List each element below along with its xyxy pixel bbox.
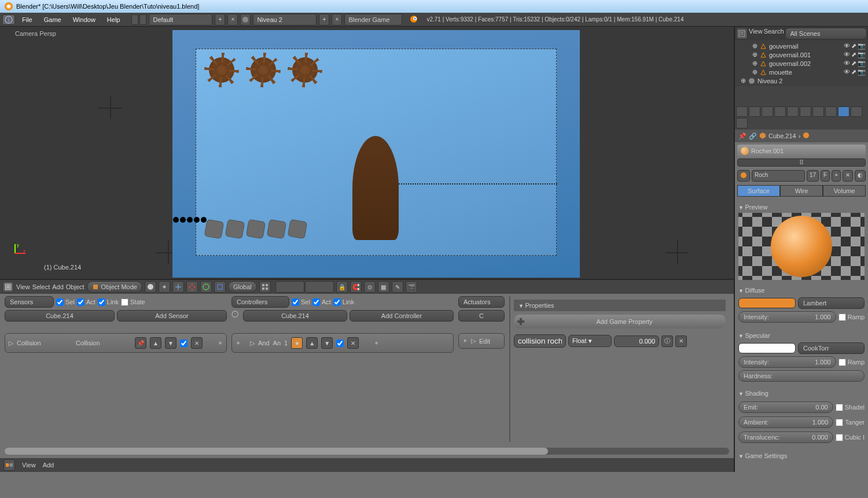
- tree-item-gouvernail[interactable]: ⊕ gouvernail 👁⬈📷: [736, 42, 867, 50]
- pin-icon[interactable]: 📌: [738, 132, 746, 140]
- outliner-search-menu[interactable]: Search: [764, 28, 784, 39]
- gpencil-icon[interactable]: ✎: [392, 281, 403, 293]
- shading-mode-icon[interactable]: [145, 281, 156, 293]
- specular-shader[interactable]: CookTorr: [798, 342, 865, 354]
- connector-out-icon[interactable]: ⚬: [218, 340, 223, 347]
- del-layout-button[interactable]: ×: [227, 14, 238, 25]
- tree-item-gouvernail002[interactable]: ⊕ gouvernail.002 👁⬈📷: [736, 59, 867, 68]
- scene-browse-icon[interactable]: [240, 14, 251, 25]
- connector-in-icon[interactable]: ⚬: [236, 340, 241, 347]
- tab-modifier-icon[interactable]: [812, 106, 824, 117]
- render-engine-selector[interactable]: Blender Game: [344, 14, 402, 25]
- users-count[interactable]: 17: [807, 170, 819, 182]
- render-icon[interactable]: 📷: [858, 68, 866, 76]
- unlink-material-button[interactable]: ✕: [843, 170, 853, 182]
- shadeless-checkbox[interactable]: [836, 404, 843, 411]
- eye-icon[interactable]: 👁: [844, 51, 850, 58]
- snap-target-icon[interactable]: ⊙: [364, 281, 376, 293]
- info-icon[interactable]: ⓘ: [661, 335, 673, 347]
- eye-icon[interactable]: 👁: [844, 42, 850, 50]
- add-menu[interactable]: Add: [52, 283, 64, 290]
- preview-header[interactable]: Preview: [738, 201, 865, 213]
- tab-world-icon[interactable]: [774, 106, 786, 117]
- add-scene-button[interactable]: +: [319, 14, 329, 25]
- render-icon[interactable]: 📷: [858, 51, 866, 58]
- priority-icon[interactable]: ★: [291, 337, 303, 349]
- sensors-dropdown[interactable]: Sensors: [5, 296, 54, 308]
- active-checkbox[interactable]: [336, 340, 344, 347]
- hardness-field[interactable]: Hardness:: [738, 370, 865, 382]
- game-settings-panel[interactable]: Game Settings: [735, 448, 868, 464]
- move-up-icon[interactable]: ▲: [306, 337, 318, 349]
- tab-texture-icon[interactable]: [851, 106, 862, 117]
- property-value-input[interactable]: 0.000: [614, 335, 659, 347]
- cursor-icon[interactable]: ⬈: [851, 60, 856, 67]
- tab-data-icon[interactable]: [825, 106, 837, 117]
- layer-buttons[interactable]: [275, 281, 334, 293]
- ramp-checkbox[interactable]: [838, 313, 846, 321]
- layout-selector[interactable]: Default: [149, 14, 212, 25]
- material-name-input[interactable]: Roch: [752, 170, 805, 182]
- move-down-icon[interactable]: ▼: [165, 337, 176, 349]
- diffuse-color[interactable]: [738, 298, 796, 308]
- cubic-checkbox[interactable]: [836, 434, 843, 441]
- diffuse-shader[interactable]: Lambert: [798, 297, 865, 309]
- mode-selector[interactable]: Object Mode: [87, 281, 142, 293]
- tab-layers-icon[interactable]: [749, 106, 760, 117]
- act-checkbox[interactable]: [77, 298, 84, 306]
- specular-header[interactable]: Specular: [738, 330, 865, 341]
- mat-browse-icon[interactable]: [737, 170, 750, 182]
- active-checkbox[interactable]: [180, 340, 187, 347]
- cursor-icon[interactable]: ⬈: [851, 68, 856, 76]
- actuators-dropdown[interactable]: Actuators: [458, 296, 505, 308]
- properties-header[interactable]: Properties: [514, 300, 726, 311]
- scale-icon[interactable]: [214, 281, 226, 293]
- outliner-filter[interactable]: All Scenes: [785, 28, 867, 39]
- expand-icon[interactable]: ▷: [250, 340, 255, 347]
- link-checkbox[interactable]: [333, 298, 341, 306]
- sensor-brick[interactable]: ▷ Collision Collision 📌 ▲ ▼ ✕ ⚬: [5, 333, 227, 353]
- specular-intensity[interactable]: Intensity:1.000: [738, 356, 836, 368]
- tab-material-icon[interactable]: [838, 106, 849, 117]
- material-slot[interactable]: Rocher.001: [737, 145, 866, 157]
- state-checkbox[interactable]: [121, 298, 128, 306]
- view-menu[interactable]: View: [22, 462, 36, 469]
- diffuse-intensity[interactable]: Intensity:1.000: [738, 311, 836, 323]
- tree-item-mouette[interactable]: ⊕ mouette 👁⬈📷: [736, 68, 867, 76]
- link-checkbox[interactable]: [98, 298, 105, 306]
- controller-brick[interactable]: ⚬ ▷ And An 1 ★ ▲ ▼ ✕ ⚬: [231, 333, 454, 353]
- 3d-viewport[interactable]: Camera Persp: [0, 27, 734, 280]
- actuator-brick[interactable]: ⚬ ▷ Edit: [458, 333, 505, 349]
- menu-help[interactable]: Help: [102, 16, 125, 23]
- expand-icon[interactable]: ▷: [9, 340, 13, 347]
- render-icon[interactable]: 📷: [858, 60, 866, 67]
- sensor-object[interactable]: Cube.214: [5, 310, 115, 322]
- sel-checkbox[interactable]: [292, 298, 299, 306]
- view-menu[interactable]: View: [16, 283, 30, 290]
- move-down-icon[interactable]: ▼: [321, 337, 333, 349]
- ambient-field[interactable]: Ambient:1.000: [738, 416, 833, 428]
- cursor-icon[interactable]: ⬈: [851, 42, 856, 50]
- scene-selector[interactable]: Niveau 2: [253, 14, 317, 25]
- snap-icon[interactable]: 🧲: [350, 281, 362, 293]
- scene-icon[interactable]: 🔗: [749, 132, 757, 140]
- screen-layout-buttons[interactable]: [131, 14, 146, 25]
- specular-color[interactable]: [738, 343, 796, 353]
- ramp-checkbox[interactable]: [838, 359, 846, 366]
- add-game-property-button[interactable]: Add Game Property: [514, 315, 726, 329]
- info-editor-icon[interactable]: i: [2, 14, 15, 25]
- orientation-selector[interactable]: Global: [228, 281, 257, 293]
- expand-icon[interactable]: ▷: [471, 337, 476, 345]
- emit-field[interactable]: Emit:0.00: [738, 401, 833, 413]
- act-checkbox[interactable]: [312, 298, 320, 306]
- tab-render-icon[interactable]: [736, 106, 748, 117]
- tree-item-gouvernail001[interactable]: ⊕ gouvernail.001 👁⬈📷: [736, 50, 867, 59]
- property-type-select[interactable]: Float ▾: [568, 335, 612, 347]
- shading-header[interactable]: Shading: [738, 388, 865, 399]
- tab-object-icon[interactable]: [787, 106, 799, 117]
- connector-in-icon[interactable]: ⚬: [462, 337, 468, 345]
- node-toggle-icon[interactable]: ◐: [855, 170, 866, 182]
- select-menu[interactable]: Select: [32, 283, 50, 290]
- tab-scene-icon[interactable]: [762, 106, 773, 117]
- menu-window[interactable]: Window: [68, 16, 100, 23]
